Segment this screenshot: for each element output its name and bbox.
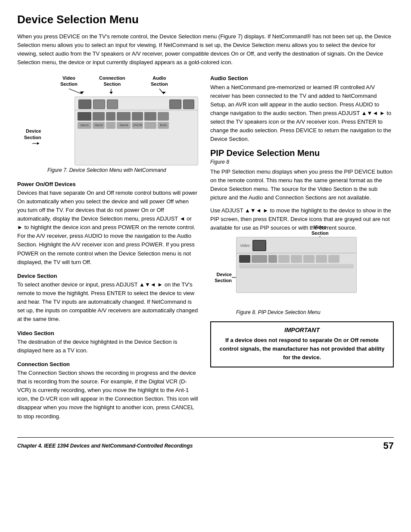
connection-section-heading: Connection Section bbox=[17, 361, 198, 367]
main-content: VideoSection ConnectionSection AudioSect… bbox=[17, 75, 394, 424]
fig8-d3 bbox=[268, 255, 277, 263]
top-arrows-svg bbox=[47, 75, 181, 96]
pip-text2: Use ADJUST ▲▼◄ ► to move the highlight t… bbox=[210, 206, 394, 232]
fig8-bottom-bar bbox=[239, 264, 354, 268]
video-section-heading: Video Section bbox=[17, 330, 198, 336]
fig8-video-text: Video bbox=[240, 243, 250, 248]
fig8-bottom-area bbox=[237, 253, 356, 270]
figure8-diagram: Video bbox=[236, 237, 357, 293]
figure8-container: VideoSection Video bbox=[210, 237, 394, 316]
important-text: If a device does not respond to separate… bbox=[218, 336, 386, 362]
fig7-device-row1 bbox=[78, 112, 195, 121]
page-number: 57 bbox=[383, 440, 394, 451]
connection-section-block: Connection Section The Connection Sectio… bbox=[17, 361, 198, 421]
fig7-dev1 bbox=[78, 112, 91, 121]
figure7-diagram-row: DeviceSection bbox=[17, 96, 198, 165]
fig7-dev5 bbox=[132, 112, 143, 121]
figure8-diagram-wrap: VideoSection Video bbox=[236, 237, 394, 293]
fig8-top-row: Video bbox=[237, 237, 356, 253]
fig7-dev4 bbox=[117, 112, 131, 121]
fig8-d4 bbox=[278, 255, 290, 263]
figure7-diagram: Gen1 Gen2 Gen4 2VCR Ext1 bbox=[75, 96, 198, 165]
important-box: IMPORTANT If a device does not respond t… bbox=[210, 321, 394, 367]
figure8-caption: Figure 8. PIP Device Selection Menu bbox=[236, 309, 394, 315]
important-title: IMPORTANT bbox=[218, 327, 386, 333]
page-title: Device Selection Menu bbox=[17, 13, 394, 26]
fig8-device-row bbox=[239, 255, 354, 263]
pip-section: PIP Device Selection Menu Figure 8 The P… bbox=[210, 148, 394, 367]
fig7-bottom-area: Gen1 Gen2 Gen4 2VCR Ext1 bbox=[75, 110, 198, 131]
fig7-icon-audio2 bbox=[183, 100, 194, 109]
figure7-top-labels: VideoSection ConnectionSection AudioSect… bbox=[47, 75, 181, 96]
device-section-label-left: DeviceSection bbox=[17, 128, 44, 146]
fig7-icon-audio1 bbox=[169, 100, 181, 109]
fig7-label1: Gen1 bbox=[78, 122, 91, 129]
audio-section-text: When a NetCommand pre-memorized or learn… bbox=[210, 83, 394, 144]
svg-marker-7 bbox=[37, 142, 39, 145]
left-column: VideoSection ConnectionSection AudioSect… bbox=[17, 75, 198, 424]
fig7-device-row2: Gen1 Gen2 Gen4 2VCR Ext1 bbox=[78, 122, 195, 129]
intro-paragraph: When you press DEVICE on the TV's remote… bbox=[17, 32, 394, 67]
fig7-dev3 bbox=[106, 112, 115, 121]
footer-chapter: Chapter 4. IEEE 1394 Devices and NetComm… bbox=[17, 443, 193, 449]
pip-heading: PIP Device Selection Menu bbox=[210, 148, 394, 158]
device-section-heading: Device Section bbox=[17, 273, 198, 279]
fig8-d2 bbox=[252, 255, 267, 263]
video-section-text: The destination of the device highlighte… bbox=[17, 338, 198, 355]
svg-line-0 bbox=[69, 89, 82, 94]
device-section-text: To select another device or input, press… bbox=[17, 280, 198, 324]
pip-sub: Figure 8 bbox=[210, 159, 394, 165]
fig7-dev6 bbox=[144, 112, 156, 121]
fig8-tv-icon bbox=[252, 240, 266, 251]
page-footer: Chapter 4. IEEE 1394 Devices and NetComm… bbox=[17, 437, 394, 451]
fig7-label3 bbox=[106, 122, 115, 129]
fig8-d6 bbox=[303, 255, 314, 263]
figure7-caption: Figure 7. Device Selection Menu with Net… bbox=[47, 167, 198, 173]
device-section-block: Device Section To select another device … bbox=[17, 273, 198, 324]
power-onoff-heading: Power On/Off Devices bbox=[17, 181, 198, 187]
svg-line-4 bbox=[159, 89, 164, 94]
fig7-dev7 bbox=[158, 112, 169, 121]
fig7-spacer bbox=[120, 100, 168, 109]
fig7-label7: Ext1 bbox=[158, 122, 169, 129]
fig7-top-row bbox=[75, 97, 198, 110]
connection-section-text: The Connection Section shows the recordi… bbox=[17, 369, 198, 421]
pip-text1: The PIP Selection menu displays when you… bbox=[210, 168, 394, 202]
fig7-label6 bbox=[144, 122, 156, 129]
audio-section-heading: Audio Section bbox=[210, 75, 394, 81]
fig7-icon-video bbox=[78, 100, 91, 109]
fig7-label5: 2VCR bbox=[132, 122, 143, 129]
figure7-container: VideoSection ConnectionSection AudioSect… bbox=[17, 75, 198, 173]
fig7-dev2 bbox=[93, 112, 105, 121]
fig7-label4: Gen4 bbox=[117, 122, 131, 129]
fig8-d8 bbox=[328, 255, 339, 263]
fig7-icon-conn2 bbox=[107, 100, 118, 109]
fig8-d7 bbox=[316, 255, 327, 263]
fig7-icon-conn1 bbox=[93, 100, 105, 109]
fig8-device-label: DeviceSection bbox=[210, 271, 232, 284]
power-onoff-section: Power On/Off Devices Devices that have s… bbox=[17, 181, 198, 267]
video-section-block: Video Section The destination of the dev… bbox=[17, 330, 198, 355]
fig7-label2: Gen2 bbox=[93, 122, 105, 129]
right-column: Audio Section When a NetCommand pre-memo… bbox=[210, 75, 394, 424]
device-arrow bbox=[32, 140, 41, 146]
fig8-d5 bbox=[291, 255, 302, 263]
fig8-d1 bbox=[239, 255, 250, 263]
power-onoff-text: Devices that have separate On and Off re… bbox=[17, 189, 198, 267]
svg-marker-3 bbox=[109, 92, 113, 94]
audio-section-block: Audio Section When a NetCommand pre-memo… bbox=[210, 75, 394, 144]
